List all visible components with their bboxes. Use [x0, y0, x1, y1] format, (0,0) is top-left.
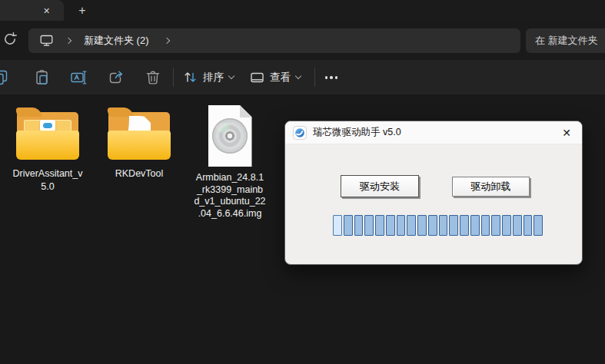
progress-block — [439, 215, 448, 236]
share-icon — [108, 69, 125, 86]
refresh-icon — [2, 31, 18, 48]
rename-icon — [70, 69, 88, 86]
explorer-window: ✕ + 新建文件夹 (2) 在 新建文件夹 — [0, 0, 605, 364]
view-icon — [250, 70, 264, 84]
progress-block — [386, 215, 395, 236]
progress-block — [470, 215, 480, 236]
progress-block — [524, 215, 533, 236]
file-item-rkdevtool[interactable]: RKDevTool — [102, 108, 176, 180]
folder-icon — [15, 108, 81, 160]
address-bar[interactable]: 新建文件夹 (2) — [28, 28, 520, 53]
monitor-icon — [40, 35, 53, 47]
progress-block — [460, 215, 469, 236]
delete-button[interactable] — [143, 68, 163, 88]
app-icon — [293, 126, 307, 140]
sort-button[interactable]: 排序 — [183, 60, 234, 94]
progress-block — [513, 215, 522, 236]
sort-icon — [183, 70, 198, 84]
progress-block — [354, 215, 364, 236]
progress-block — [481, 215, 490, 236]
rename-button[interactable] — [69, 68, 89, 88]
progress-block — [397, 215, 406, 236]
chevron-down-icon — [295, 73, 301, 79]
clipboard-icon — [34, 69, 51, 86]
progress-block — [502, 215, 511, 236]
file-item-driverassistant[interactable]: DriverAssitant_v 5.0 — [11, 108, 85, 194]
trash-icon — [145, 69, 161, 86]
file-label: RKDevTool — [102, 167, 176, 180]
progress-block — [375, 215, 384, 236]
command-toolbar: 排序 查看 — [0, 60, 605, 94]
progress-block — [344, 215, 353, 236]
new-tab-button[interactable]: + — [73, 2, 91, 19]
more-options-button[interactable] — [321, 68, 341, 88]
breadcrumb[interactable]: 新建文件夹 (2) — [84, 34, 149, 48]
driver-assistant-dialog: 瑞芯微驱动助手 v5.0 ✕ 驱动安装 驱动卸载 — [284, 121, 583, 265]
tab-close-button[interactable]: ✕ — [39, 4, 54, 18]
progress-block — [491, 215, 500, 236]
search-input[interactable]: 在 新建文件夹 — [526, 28, 605, 53]
more-icon — [325, 76, 338, 79]
disc-image-icon — [208, 105, 252, 167]
tab-active[interactable]: ✕ — [0, 0, 64, 21]
driver-install-button[interactable]: 驱动安装 — [341, 175, 419, 197]
view-label: 查看 — [270, 71, 291, 84]
refresh-button[interactable] — [2, 31, 18, 48]
share-button[interactable] — [106, 68, 126, 88]
dialog-close-button[interactable]: ✕ — [562, 127, 571, 139]
toolbar-divider — [173, 68, 174, 87]
progress-block — [407, 215, 416, 236]
folder-icon — [106, 108, 172, 160]
file-label: DriverAssitant_v 5.0 — [11, 167, 85, 194]
view-button[interactable]: 查看 — [250, 60, 301, 94]
dialog-title-bar[interactable]: 瑞芯微驱动助手 v5.0 ✕ — [285, 121, 582, 144]
chevron-down-icon — [228, 73, 234, 79]
toolbar-divider — [314, 68, 315, 87]
sort-label: 排序 — [203, 71, 224, 84]
tab-bar: ✕ + — [0, 0, 605, 21]
address-row: 新建文件夹 (2) 在 新建文件夹 — [0, 21, 605, 60]
progress-block — [417, 215, 427, 236]
progress-block — [333, 215, 342, 236]
paste-button[interactable] — [32, 68, 52, 88]
file-label: Armbian_24.8.1 _rk3399_mainb d_v1_ubuntu… — [191, 172, 269, 220]
progress-block — [449, 215, 458, 236]
chevron-right-icon[interactable] — [163, 38, 169, 44]
chevron-right-icon — [65, 38, 71, 44]
progress-bar — [333, 215, 543, 236]
progress-block — [534, 215, 543, 236]
progress-block — [364, 215, 374, 236]
copy-button[interactable] — [0, 68, 11, 88]
driver-uninstall-button[interactable]: 驱动卸载 — [452, 177, 530, 197]
progress-block — [428, 215, 437, 236]
copy-icon — [0, 69, 9, 86]
file-item-armbian-img[interactable]: Armbian_24.8.1 _rk3399_mainb d_v1_ubuntu… — [191, 105, 269, 220]
dialog-title: 瑞芯微驱动助手 v5.0 — [313, 126, 401, 139]
